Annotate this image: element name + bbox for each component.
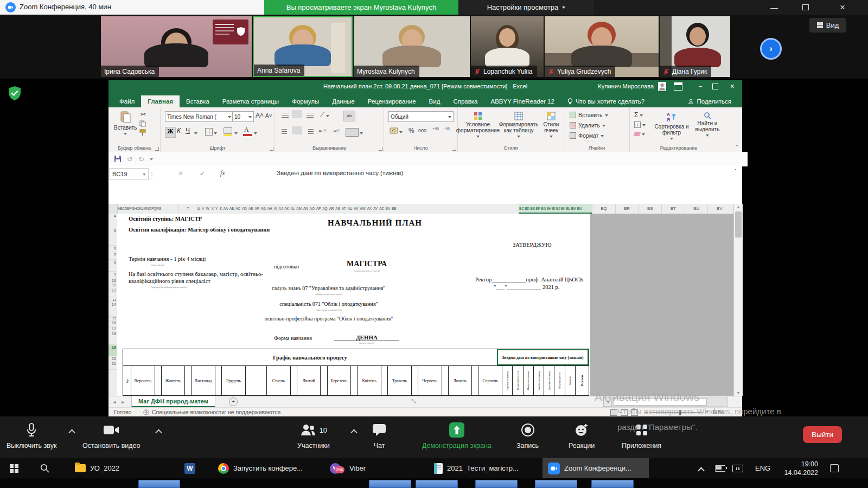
tab-file[interactable]: Файл bbox=[113, 95, 141, 107]
formula-text[interactable]: Зведені дані по використанню часу (тижні… bbox=[277, 170, 403, 176]
reactions-button[interactable]: Реакции bbox=[569, 421, 595, 450]
align-center-icon[interactable] bbox=[293, 128, 301, 133]
cell-base1[interactable]: На базі освітнього ступеня бакалавр, маг… bbox=[129, 271, 263, 277]
row-header[interactable]: 16 bbox=[108, 320, 117, 326]
cell-spec[interactable]: спеціальність 071 "Облік і оподаткування… bbox=[253, 301, 405, 307]
cell-magistr[interactable]: МАГІСТРА bbox=[323, 260, 410, 268]
row-header[interactable]: 17 bbox=[108, 326, 117, 331]
taskbar-search-button[interactable] bbox=[35, 458, 55, 478]
ribbon-options-icon[interactable] bbox=[674, 82, 682, 91]
taskbar-app-folder[interactable]: УО_2022 bbox=[69, 458, 125, 478]
row-header[interactable]: 11 bbox=[108, 282, 117, 288]
leave-meeting-button[interactable]: Выйти bbox=[803, 426, 842, 443]
cancel-entry-icon[interactable]: ✕ bbox=[178, 170, 183, 177]
column-header[interactable]: BS bbox=[638, 204, 661, 214]
column-header[interactable]: BT bbox=[661, 204, 685, 214]
selected-cell-bc19[interactable]: Зведені дані по використанню часу (тижні… bbox=[497, 349, 589, 365]
cell-styles-button[interactable]: Стили ячеек bbox=[540, 112, 562, 138]
apps-button[interactable]: Приложения bbox=[622, 421, 661, 450]
align-left-icon[interactable] bbox=[282, 129, 287, 134]
cell-term[interactable]: Термін навчання - 1 рік 4 місяці bbox=[129, 256, 206, 262]
decrease-decimal-icon[interactable]: ⁻⁰⁰ bbox=[442, 127, 451, 132]
align-middle-icon[interactable] bbox=[293, 112, 301, 117]
cell-rector[interactable]: Ректор____________проф. Анатолій ЦЬОСЬ bbox=[475, 277, 583, 282]
tab-home[interactable]: Главная bbox=[141, 95, 180, 107]
fill-color-icon[interactable] bbox=[224, 127, 232, 134]
tab-page-layout[interactable]: Разметка страницы bbox=[216, 95, 285, 107]
normal-view-icon[interactable] bbox=[610, 409, 617, 416]
month-cell[interactable]: Травень bbox=[387, 366, 411, 395]
clear-button[interactable] bbox=[634, 132, 645, 136]
row-header[interactable]: 15 bbox=[108, 317, 117, 320]
month-cell[interactable]: Червень bbox=[418, 366, 442, 395]
keyboard-tray-icon[interactable] bbox=[732, 465, 743, 472]
row-header[interactable]: 14 bbox=[108, 302, 117, 317]
schedule-header-cell[interactable]: Графік навчального процесу bbox=[123, 349, 497, 365]
video-tile[interactable]: Yuliya Grudzevych bbox=[545, 16, 659, 77]
tab-review[interactable]: Рецензирование bbox=[361, 95, 423, 107]
font-size-combo[interactable]: 10 bbox=[232, 111, 254, 122]
comma-style-button[interactable]: 000 bbox=[417, 128, 428, 133]
bold-button[interactable]: Ж bbox=[165, 127, 176, 138]
font-name-combo[interactable]: Times New Roman ( bbox=[165, 111, 233, 122]
column-header[interactable]: BR bbox=[615, 204, 639, 214]
sort-filter-button[interactable]: АЯ Сортировка и фильтр bbox=[654, 112, 690, 140]
select-all-corner[interactable] bbox=[108, 204, 118, 214]
video-tile[interactable]: Діана Гурик bbox=[660, 16, 730, 77]
scroll-up-arrow[interactable]: ▲ bbox=[734, 204, 743, 210]
insert-function-icon[interactable]: fx bbox=[220, 169, 225, 177]
format-painter-icon[interactable] bbox=[139, 129, 146, 136]
tab-help[interactable]: Справка bbox=[446, 95, 484, 107]
tab-formulas[interactable]: Формулы bbox=[285, 95, 326, 107]
notification-center-icon[interactable] bbox=[830, 464, 839, 472]
italic-button[interactable]: К bbox=[177, 127, 181, 134]
row-header[interactable]: 18 bbox=[108, 331, 117, 345]
column-header-t[interactable]: T bbox=[178, 204, 197, 214]
row-header[interactable]: 12 bbox=[108, 288, 117, 298]
excel-close-button[interactable]: × bbox=[730, 82, 735, 91]
decrease-indent-icon[interactable]: ⇤≡ bbox=[317, 128, 328, 134]
record-button[interactable]: Запись bbox=[516, 421, 539, 450]
align-right-icon[interactable] bbox=[308, 129, 314, 134]
start-button[interactable] bbox=[4, 458, 24, 478]
conditional-formatting-button[interactable]: Условное форматирование bbox=[461, 112, 495, 138]
qat-customize-icon[interactable] bbox=[150, 158, 153, 162]
cell-qualification[interactable]: Освітня кваліфікація: Магістр обліку і о… bbox=[129, 227, 270, 233]
zoom-slider[interactable] bbox=[650, 412, 702, 413]
share-button[interactable]: Поделиться bbox=[681, 95, 738, 107]
summary-cell[interactable]: Випускна робота bbox=[554, 366, 564, 395]
vertical-scrollbar[interactable]: ▲ ▼ bbox=[733, 204, 743, 396]
tab-data[interactable]: Данные bbox=[326, 95, 361, 107]
month-cell[interactable]: Серпень bbox=[478, 366, 502, 395]
tray-expand-caret[interactable] bbox=[698, 467, 705, 474]
excel-maximize-button[interactable] bbox=[712, 84, 718, 89]
merge-dropdown-icon[interactable] bbox=[360, 132, 363, 136]
tab-view[interactable]: Вид bbox=[423, 95, 447, 107]
security-shield-icon[interactable] bbox=[8, 86, 22, 101]
cell-prep[interactable]: підготовки bbox=[274, 264, 299, 269]
new-sheet-button[interactable]: + bbox=[229, 397, 238, 406]
hscroll-left-arrow[interactable]: ◂ bbox=[603, 397, 612, 407]
font-color-icon[interactable]: А bbox=[244, 126, 249, 134]
summary-cell[interactable]: Державна атестація bbox=[544, 366, 554, 395]
video-tile[interactable]: Lopanchuk Yuliia bbox=[471, 16, 544, 77]
month-cell[interactable]: Листопад bbox=[192, 366, 215, 395]
next-participants-button[interactable]: › bbox=[760, 38, 782, 60]
excel-minimize-button[interactable]: – bbox=[699, 82, 702, 89]
align-top-icon[interactable] bbox=[282, 113, 289, 118]
confirm-entry-icon[interactable]: ✓ bbox=[200, 170, 205, 177]
taskbar-app-tests[interactable]: 2021_Тести_магістр... bbox=[429, 458, 524, 478]
cell-base2[interactable]: кваліфікаційного рівня спеціаліст bbox=[129, 278, 210, 284]
tell-me-box[interactable]: Что вы хотите сделать? bbox=[561, 95, 651, 107]
sheet-prev-icon[interactable]: ◂ bbox=[113, 399, 116, 406]
row-header[interactable]: 5 bbox=[108, 228, 117, 246]
increase-decimal-icon[interactable]: ⁺⁰⁰ bbox=[431, 127, 441, 132]
cell-form-value[interactable]: ДЕННА bbox=[334, 334, 399, 341]
month-cell[interactable]: Липень bbox=[448, 366, 472, 395]
find-select-button[interactable]: Найти и выделить bbox=[692, 112, 723, 137]
close-button[interactable]: × bbox=[830, 0, 855, 15]
video-tile[interactable]: Myroslava Kulynych bbox=[354, 16, 470, 77]
row-header[interactable]: 7 bbox=[108, 252, 117, 260]
insert-cells-button[interactable]: Вставить bbox=[570, 112, 608, 118]
video-options-caret[interactable] bbox=[155, 429, 162, 436]
